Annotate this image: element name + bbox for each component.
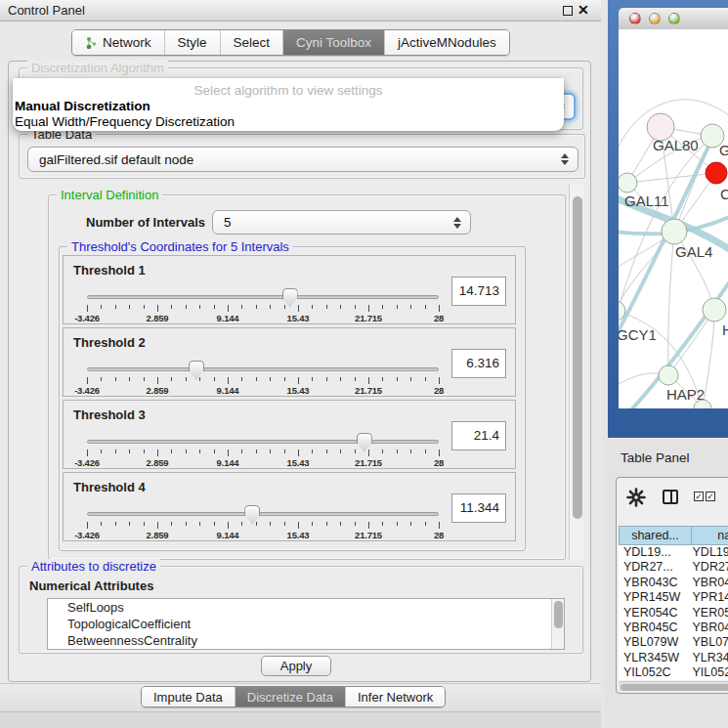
tab-impute-data[interactable]: Impute Data	[142, 687, 235, 707]
network-graph: GAL80GACGAL11GAL4GCY1HHAP2	[619, 29, 728, 408]
network-edge[interactable]	[627, 173, 716, 183]
number-of-intervals-value: 5	[213, 215, 452, 230]
cell-shared-name[interactable]: YDL19...	[619, 545, 687, 560]
network-node-h[interactable]	[703, 298, 726, 321]
attribute-list-item[interactable]: BetweennessCentrality	[48, 632, 564, 649]
cell-shared-name[interactable]: YDR27...	[619, 560, 687, 575]
tab-infer-network[interactable]: Infer Network	[345, 687, 445, 707]
split-columns-icon[interactable]	[663, 490, 678, 504]
network-node-c[interactable]	[706, 162, 727, 184]
node-label: H	[722, 321, 728, 338]
scrollbar-thumb[interactable]	[621, 684, 728, 691]
cell-name[interactable]: YDR27...	[687, 560, 728, 575]
attribute-list-item[interactable]: TopologicalCoefficient	[48, 616, 564, 632]
tab-cyni-toolbox[interactable]: Cyni Toolbox	[282, 30, 384, 55]
network-node-gal11[interactable]	[619, 173, 637, 193]
bottom-tab-bar: Impute DataDiscretize DataInfer Network	[141, 686, 446, 707]
table-horizontal-scrollbar[interactable]	[619, 681, 728, 691]
cell-name[interactable]: YBR045C	[687, 621, 728, 635]
attribute-list-item[interactable]: SelfLoops	[48, 599, 564, 616]
network-edge[interactable]	[668, 232, 674, 375]
stepper-arrows-icon	[452, 217, 461, 229]
float-window-icon[interactable]	[563, 6, 573, 16]
table-data-combobox[interactable]: galFiltered.sif default node	[27, 147, 578, 172]
tab-network[interactable]: Network	[72, 30, 164, 55]
network-canvas[interactable]: GAL80GACGAL11GAL4GCY1HHAP2	[619, 29, 728, 408]
tab-discretize-data[interactable]: Discretize Data	[235, 687, 345, 707]
control-panel-titlebar[interactable]: Control Panel ✕	[0, 0, 601, 21]
cell-shared-name[interactable]: YIL052C	[619, 665, 687, 680]
number-of-intervals-spinner[interactable]: 5	[212, 210, 471, 235]
top-tab-bar: NetworkStyleSelectCyni ToolboxjActiveMNo…	[71, 29, 510, 56]
zoom-traffic-light-icon[interactable]	[668, 13, 680, 24]
table-row[interactable]: YIL052CYIL052C	[619, 665, 728, 680]
node-label: GAL11	[624, 193, 669, 209]
cell-name[interactable]: YPR145W	[687, 590, 728, 605]
cell-name[interactable]: YBR043C	[687, 576, 728, 590]
threshold-2-value-field[interactable]: 6.316	[451, 349, 506, 378]
cell-name[interactable]: YBL079W	[687, 635, 728, 650]
attributes-group: Attributes to discretize Numerical Attri…	[19, 566, 583, 654]
cell-shared-name[interactable]: YBL079W	[619, 635, 687, 650]
apply-button[interactable]: Apply	[261, 656, 331, 676]
numerical-attributes-list[interactable]: SelfLoopsTopologicalCoefficientBetweenne…	[47, 598, 565, 650]
tab-jactivemnodules[interactable]: jActiveMNodules	[384, 30, 509, 55]
column-header-shared-name[interactable]: shared...	[619, 526, 692, 545]
close-icon[interactable]: ✕	[578, 2, 589, 18]
network-edge[interactable]	[619, 232, 674, 311]
table-row[interactable]: YBR043CYBR043C	[619, 576, 728, 590]
threshold-slider-track[interactable]	[87, 512, 439, 516]
interval-definition-group: Interval Definition Number of Intervals …	[48, 194, 566, 560]
cell-shared-name[interactable]: YBR043C	[619, 576, 687, 590]
table-row[interactable]: YER054CYER054C	[619, 606, 728, 621]
cell-name[interactable]: YLR345W	[687, 651, 728, 665]
threshold-label: Threshold 3	[73, 407, 146, 422]
node-table-panel: ✓ ✓ shared... name YDL19...YDL19...YDR27…	[616, 477, 728, 694]
network-window-titlebar[interactable]	[619, 8, 728, 29]
tab-label: Infer Network	[358, 690, 433, 705]
cell-name[interactable]: YIL052C	[687, 665, 728, 680]
threshold-3-value-field[interactable]: 21.4	[451, 421, 506, 450]
attributes-list-scrollbar[interactable]	[551, 599, 564, 650]
panel-scrollbar[interactable]	[569, 185, 583, 560]
menu-item-equal-width-frequency[interactable]: Equal Width/Frequency Discretization	[15, 114, 235, 129]
threshold-1-value-field[interactable]: 14.713	[451, 277, 506, 306]
thresholds-group-title: Threshold's Coordinates for 5 Intervals	[67, 239, 293, 254]
cell-name[interactable]: YDL19...	[687, 545, 728, 560]
table-row[interactable]: YDR27...YDR27...	[619, 560, 728, 575]
column-header-name[interactable]: name	[692, 526, 728, 545]
tab-select[interactable]: Select	[220, 30, 283, 55]
scrollbar-thumb[interactable]	[554, 601, 563, 628]
cell-shared-name[interactable]: YLR345W	[619, 651, 687, 665]
menu-item-manual-discretization[interactable]: Manual Discretization	[15, 99, 150, 113]
algorithm-hint: Select algorithm to view settings	[13, 83, 564, 98]
table-panel-title: Table Panel	[621, 450, 690, 465]
threshold-slider-track[interactable]	[87, 295, 439, 299]
table-row[interactable]: YBL079WYBL079W	[619, 635, 728, 650]
table-row[interactable]: YLR345WYLR345W	[619, 651, 728, 665]
threshold-slider-track[interactable]	[87, 440, 439, 444]
checkbox-icon[interactable]: ✓	[694, 492, 704, 501]
cell-name[interactable]: YER054C	[687, 606, 728, 621]
table-row[interactable]: YPR145WYPR145W	[619, 590, 728, 605]
slider-ticks	[87, 377, 439, 385]
cell-shared-name[interactable]: YER054C	[619, 606, 687, 621]
cell-shared-name[interactable]: YBR045C	[619, 621, 687, 635]
scrollbar-thumb[interactable]	[573, 196, 582, 519]
table-row[interactable]: YBR045CYBR045C	[619, 621, 728, 635]
cell-shared-name[interactable]: YPR145W	[619, 590, 687, 605]
network-node-gal4[interactable]	[662, 219, 687, 244]
tab-label: Select	[234, 35, 271, 50]
threshold-4-value-field[interactable]: 11.344	[451, 493, 506, 523]
table-row[interactable]: YDL19...YDL19...	[619, 545, 728, 560]
slider-tick-labels: -3.4262.8599.14415.4321.71528	[87, 457, 439, 468]
gear-icon[interactable]	[626, 488, 646, 507]
stepper-arrows-icon	[560, 153, 569, 165]
close-traffic-light-icon[interactable]	[629, 13, 641, 24]
threshold-slider-track[interactable]	[87, 367, 439, 371]
minimize-traffic-light-icon[interactable]	[649, 13, 661, 24]
thresholds-group: Threshold's Coordinates for 5 Intervals …	[59, 246, 526, 551]
network-node-hap2[interactable]	[659, 365, 678, 385]
checkbox-icon[interactable]: ✓	[706, 492, 715, 501]
tab-style[interactable]: Style	[164, 30, 220, 55]
